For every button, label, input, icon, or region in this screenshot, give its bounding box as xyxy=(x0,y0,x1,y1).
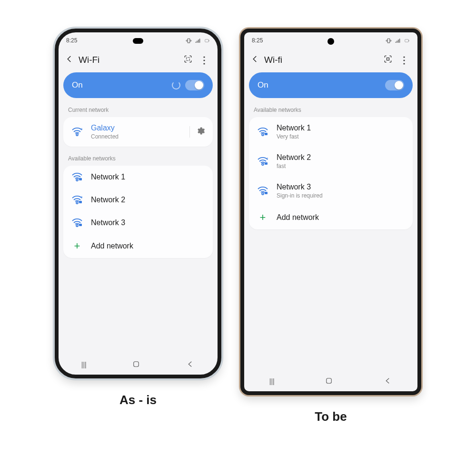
wifi-lock-icon xyxy=(71,172,83,182)
svg-rect-13 xyxy=(265,162,268,165)
camera-hole xyxy=(327,38,334,45)
available-networks-card: Network 1 Very fast 6 Network 2 fast xyxy=(249,117,413,229)
status-icons xyxy=(386,38,410,44)
network-row[interactable]: 6 Network 2 xyxy=(63,188,213,211)
wifi-switch[interactable] xyxy=(385,80,404,90)
nav-back[interactable] xyxy=(186,360,195,370)
qr-scan-button[interactable] xyxy=(383,54,393,66)
clock: 8:25 xyxy=(66,37,77,44)
signal-icon xyxy=(395,38,401,44)
clock: 8:25 xyxy=(252,37,263,44)
network-sub: Sign-in is required xyxy=(277,192,405,199)
network-name: Network 3 xyxy=(277,183,405,191)
wifi-toggle-bar[interactable]: On xyxy=(63,72,213,98)
qr-scan-button[interactable] xyxy=(183,54,193,66)
svg-rect-4 xyxy=(79,178,82,180)
svg-rect-11 xyxy=(387,58,389,60)
phone-as-is: 8:25 Wi-Fi ⋮ xyxy=(55,29,221,378)
add-network-label: Add network xyxy=(277,213,405,222)
section-available-label: Available networks xyxy=(59,147,218,166)
nav-home[interactable] xyxy=(132,360,140,370)
wifi-lock-icon: 6 xyxy=(257,157,268,166)
section-current-label: Current network xyxy=(59,98,218,117)
nav-bar: ||| xyxy=(244,375,417,387)
svg-rect-0 xyxy=(205,39,209,41)
add-network-row[interactable]: + Add network xyxy=(63,234,213,258)
network-name: Network 2 xyxy=(91,196,205,204)
add-network-label: Add network xyxy=(91,242,205,250)
network-settings-button[interactable] xyxy=(189,126,205,138)
svg-text:6: 6 xyxy=(81,196,83,198)
add-network-row[interactable]: + Add network xyxy=(249,206,413,229)
wifi-toggle-label: On xyxy=(72,80,83,90)
network-row[interactable]: Network 3 xyxy=(63,211,213,234)
battery-icon xyxy=(204,38,210,44)
svg-rect-7 xyxy=(79,224,82,226)
phone-to-be: 8:25 Wi-fi ⋮ xyxy=(240,29,421,395)
wifi-icon: 6 xyxy=(71,127,83,137)
network-row[interactable]: Network 3 Sign-in is required xyxy=(249,176,413,206)
wifi-toggle-bar[interactable]: On xyxy=(249,72,413,98)
network-name: Network 3 xyxy=(91,218,205,227)
svg-rect-16 xyxy=(327,378,332,383)
header: Wi-fi ⋮ xyxy=(244,49,417,72)
back-button[interactable] xyxy=(251,55,259,65)
wifi-lock-icon xyxy=(71,218,83,228)
nav-back[interactable] xyxy=(384,377,392,387)
available-networks-card: Network 1 6 Network 2 Network 3 + Add xyxy=(63,166,213,258)
network-sub: Very fast xyxy=(277,133,405,140)
plus-icon: + xyxy=(260,212,266,223)
network-row[interactable]: Network 1 Very fast xyxy=(249,117,413,147)
signal-icon xyxy=(195,38,201,44)
wifi-switch[interactable] xyxy=(185,80,204,90)
camera-notch xyxy=(133,38,143,44)
svg-text:6: 6 xyxy=(81,128,83,130)
svg-rect-10 xyxy=(408,40,409,41)
wifi-lock-icon xyxy=(257,186,268,196)
vibrate-icon xyxy=(186,38,192,44)
network-row[interactable]: Network 1 xyxy=(63,166,213,188)
vibrate-icon xyxy=(386,38,392,44)
network-sub: fast xyxy=(277,163,405,169)
back-button[interactable] xyxy=(65,55,74,65)
page-title: Wi-fi xyxy=(264,55,378,65)
current-network-card: 6 Galaxy Connected xyxy=(63,117,213,147)
section-available-label: Available networks xyxy=(244,98,417,117)
network-name: Galaxy xyxy=(91,124,182,132)
svg-rect-12 xyxy=(265,133,268,135)
loading-spinner-icon xyxy=(172,81,180,89)
wifi-lock-icon: 6 xyxy=(71,195,83,205)
nav-recents[interactable]: ||| xyxy=(269,377,275,385)
caption-left: As - is xyxy=(119,393,157,407)
svg-rect-15 xyxy=(265,192,268,194)
nav-bar: ||| xyxy=(59,358,218,371)
battery-icon xyxy=(404,38,410,44)
more-button[interactable]: ⋮ xyxy=(397,54,411,66)
nav-recents[interactable]: ||| xyxy=(81,361,87,368)
wifi-toggle-label: On xyxy=(258,80,268,90)
svg-rect-1 xyxy=(208,40,209,41)
wifi-lock-icon xyxy=(257,127,268,137)
header: Wi-Fi ⋮ xyxy=(59,49,218,72)
plus-icon: + xyxy=(74,241,80,251)
nav-home[interactable] xyxy=(325,377,333,387)
current-network-row[interactable]: 6 Galaxy Connected xyxy=(63,117,213,147)
more-button[interactable]: ⋮ xyxy=(198,54,211,66)
svg-rect-5 xyxy=(79,201,82,203)
svg-text:6: 6 xyxy=(267,157,268,160)
caption-right: To be xyxy=(315,409,347,424)
svg-rect-9 xyxy=(405,39,409,41)
network-row[interactable]: 6 Network 2 fast xyxy=(249,147,413,176)
network-status: Connected xyxy=(91,133,182,140)
network-name: Network 1 xyxy=(91,173,205,181)
status-icons xyxy=(186,38,210,44)
svg-rect-2 xyxy=(187,58,190,61)
page-title: Wi-Fi xyxy=(79,55,178,65)
network-name: Network 2 xyxy=(277,153,405,162)
network-name: Network 1 xyxy=(277,124,405,132)
svg-rect-8 xyxy=(134,361,139,367)
